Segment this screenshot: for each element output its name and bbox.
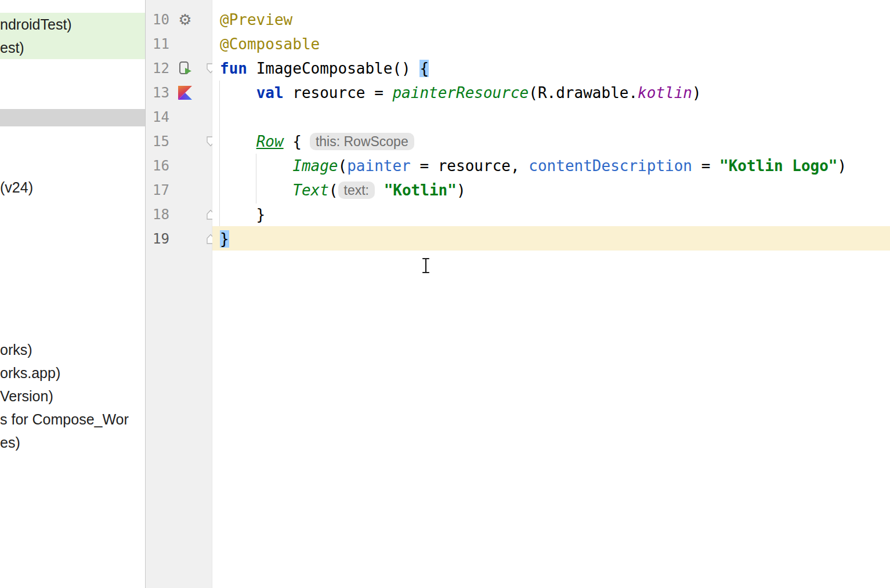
line-number: 15 xyxy=(146,129,169,154)
tree-item[interactable]: Version) xyxy=(0,384,145,408)
code-token: = xyxy=(411,157,438,175)
code-token: ) xyxy=(838,157,847,175)
code-token: val xyxy=(256,84,284,101)
code-token: contentDescription xyxy=(529,157,692,175)
code-token xyxy=(220,84,256,101)
code-line[interactable]: @Preview xyxy=(212,8,890,32)
kotlin-file-icon[interactable] xyxy=(176,81,194,105)
tree-item[interactable]: orks) xyxy=(0,338,145,361)
line-number: 10 xyxy=(146,8,169,32)
line-number: 17 xyxy=(146,178,169,202)
code-token xyxy=(375,182,384,199)
code-token: painter xyxy=(347,157,411,175)
line-number: 12 xyxy=(146,56,169,81)
line-number: 11 xyxy=(146,32,169,56)
code-token: ( xyxy=(329,182,338,199)
gutter-line: 15 xyxy=(146,129,212,154)
code-token: = xyxy=(692,157,719,175)
gutter-line: 17 xyxy=(146,178,212,202)
line-number: 18 xyxy=(146,202,169,227)
code-token: { xyxy=(419,60,429,77)
code-line[interactable]: Image(painter = resource, contentDescrip… xyxy=(212,154,890,178)
code-line[interactable]: @Composable xyxy=(212,32,890,56)
code-token: } xyxy=(220,230,229,248)
code-token: ImageComposable() xyxy=(256,60,420,77)
code-token: (R.drawable. xyxy=(529,84,638,101)
gutter-line: 13 xyxy=(146,81,212,105)
line-number: 19 xyxy=(146,227,169,251)
inlay-hint: this: RowScope xyxy=(310,133,414,150)
code-token: "Kotlin" xyxy=(384,182,457,199)
code-token: ) xyxy=(692,84,701,101)
line-number: 14 xyxy=(146,105,169,129)
code-token: "Kotlin Logo" xyxy=(719,157,838,175)
gutter-line: 18 xyxy=(146,202,212,227)
project-tree-panel: ndroidTest)est)(v24)orks)orks.app)Versio… xyxy=(0,0,146,588)
editor-gutter: 10⚙111213141516171819 xyxy=(146,0,212,588)
code-token: resource = xyxy=(284,84,393,101)
code-token: fun xyxy=(220,60,256,77)
gutter-line: 16 xyxy=(146,154,212,178)
line-number: 13 xyxy=(146,81,169,105)
tree-item[interactable]: ndroidTest) xyxy=(0,13,145,36)
tree-selected-row-highlight[interactable] xyxy=(0,109,145,126)
run-preview-icon[interactable] xyxy=(176,56,194,81)
code-token: { xyxy=(284,133,302,150)
gutter-line: 10⚙ xyxy=(146,8,212,32)
tree-item[interactable]: s for Compose_Wor xyxy=(0,408,145,431)
code-line[interactable]: Text(text: "Kotlin") xyxy=(212,178,890,202)
code-token: painterResource xyxy=(392,84,529,101)
tree-item[interactable]: es) xyxy=(0,431,145,454)
code-token: Text xyxy=(292,182,329,199)
code-token: kotlin xyxy=(638,84,692,101)
code-token xyxy=(220,157,292,175)
tree-item[interactable]: orks.app) xyxy=(0,361,145,384)
tree-item[interactable]: (v24) xyxy=(0,176,145,199)
tree-item[interactable]: est) xyxy=(0,36,145,59)
code-token: ( xyxy=(338,157,348,175)
inlay-hint: text: xyxy=(338,182,375,199)
code-token: resource xyxy=(438,157,511,175)
code-token: @Preview xyxy=(220,11,292,28)
code-line[interactable]: } xyxy=(212,202,890,227)
code-line[interactable]: val resource = painterResource(R.drawabl… xyxy=(212,81,890,105)
code-line[interactable] xyxy=(212,105,890,129)
code-line[interactable]: } xyxy=(212,227,890,251)
code-token xyxy=(220,182,292,199)
code-token: Image xyxy=(292,157,338,175)
gear-icon[interactable]: ⚙ xyxy=(176,8,194,32)
gutter-line: 12 xyxy=(146,56,212,81)
code-token: @Composable xyxy=(220,35,320,53)
code-token: } xyxy=(220,206,265,223)
line-number: 16 xyxy=(146,154,169,178)
gutter-line: 14 xyxy=(146,105,212,129)
code-token: , xyxy=(511,157,529,175)
ibeam-cursor-icon xyxy=(421,257,431,274)
code-token: ) xyxy=(457,182,466,199)
code-token xyxy=(220,133,256,150)
code-line[interactable]: fun ImageComposable() { xyxy=(212,56,890,81)
code-editor-area[interactable]: @Preview@Composablefun ImageComposable()… xyxy=(212,0,890,588)
gutter-line: 11 xyxy=(146,32,212,56)
code-line[interactable]: Row {this: RowScope xyxy=(212,129,890,154)
code-token: Row xyxy=(256,133,284,150)
gutter-line: 19 xyxy=(146,227,212,251)
